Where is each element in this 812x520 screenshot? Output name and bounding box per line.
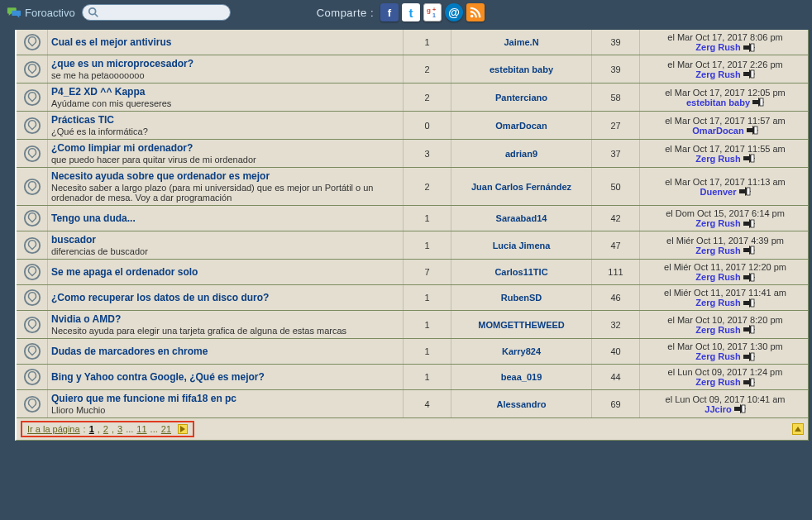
- last-post-author-link[interactable]: Zerg Rush: [695, 154, 740, 164]
- last-post-date: el Mar Oct 17, 2017 8:06 pm: [667, 32, 782, 42]
- author-link[interactable]: Jaime.N: [504, 37, 538, 47]
- topic-title-link[interactable]: ¿Como recuperar los datos de un disco du…: [51, 292, 399, 303]
- author-link[interactable]: Carlos11TIC: [494, 267, 547, 277]
- last-post-author-link[interactable]: Zerg Rush: [695, 246, 740, 255]
- next-page-button[interactable]: [178, 424, 188, 434]
- goto-page-link[interactable]: Ir a la página: [27, 424, 80, 434]
- topic-row: Necesito ayuda sobre que ordenador es me…: [17, 168, 808, 206]
- goto-last-post-icon[interactable]: [747, 126, 758, 135]
- search-input[interactable]: [103, 7, 225, 17]
- email-icon[interactable]: @: [445, 3, 463, 21]
- author-link[interactable]: Juan Carlos Fernández: [471, 182, 571, 192]
- goto-last-post-icon[interactable]: [743, 43, 755, 52]
- author-link[interactable]: Panterciano: [495, 93, 547, 103]
- last-post-author-link[interactable]: Duenver: [700, 187, 736, 197]
- topic-title-link[interactable]: P4_E2 XD ^^ Kappa: [51, 86, 399, 98]
- scroll-top-button[interactable]: [792, 423, 804, 435]
- brand-logo[interactable]: Foroactivo: [7, 7, 75, 19]
- views-count: 50: [592, 168, 640, 205]
- svg-text:1: 1: [432, 12, 436, 18]
- speech-bubble-icon: [7, 7, 21, 19]
- author-link[interactable]: Alessandro: [497, 399, 547, 409]
- topic-subtitle: que puedo hacer para quitar virus de mi …: [51, 155, 399, 165]
- replies-count: 2: [404, 55, 451, 83]
- replies-count: 7: [404, 260, 451, 284]
- replies-count: 1: [404, 311, 451, 338]
- twitter-icon[interactable]: t: [402, 3, 420, 21]
- topic-status-icon: [17, 206, 48, 231]
- topic-title-link[interactable]: buscador: [51, 234, 399, 246]
- svg-rect-33: [742, 405, 745, 413]
- svg-rect-19: [751, 220, 754, 227]
- last-post-author-link[interactable]: Zerg Rush: [695, 69, 740, 79]
- pagination: Ir a la página : 1, 2, 3 ... 11 ... 21: [21, 421, 194, 437]
- svg-rect-23: [751, 274, 754, 281]
- goto-last-post-icon[interactable]: [743, 273, 755, 282]
- goto-last-post-icon[interactable]: [752, 98, 764, 107]
- topic-row: Quiero que me funcione mi fifa18 en pc L…: [17, 390, 808, 418]
- author-link[interactable]: adrian9: [505, 149, 537, 159]
- topic-row: Dudas de marcadores en chrome 1 Karry824…: [17, 339, 808, 365]
- views-count: 32: [592, 311, 640, 338]
- last-post-author-link[interactable]: Zerg Rush: [695, 218, 740, 228]
- topic-title-link[interactable]: Se me apaga el ordenador solo: [51, 266, 399, 278]
- author-link[interactable]: Karry824: [502, 346, 541, 356]
- goto-last-post-icon[interactable]: [743, 325, 755, 334]
- page-link[interactable]: 21: [161, 424, 171, 434]
- topic-title-link[interactable]: Prácticas TIC: [51, 114, 399, 126]
- author-link[interactable]: OmarDocan: [495, 121, 547, 131]
- rss-icon[interactable]: [466, 3, 485, 21]
- googleplus-icon[interactable]: g + 1: [423, 3, 442, 21]
- author-link[interactable]: Lucia Jimena: [493, 241, 551, 250]
- facebook-icon[interactable]: f: [380, 3, 399, 21]
- goto-last-post-icon[interactable]: [743, 69, 755, 79]
- author-link[interactable]: MOMGETTHEWEED: [478, 320, 565, 330]
- topic-title-link[interactable]: ¿que es un microprocesador?: [51, 58, 399, 69]
- page-link[interactable]: 2: [103, 424, 108, 434]
- last-post-author-link[interactable]: Zerg Rush: [695, 42, 740, 52]
- replies-count: 1: [404, 206, 451, 231]
- page-link[interactable]: 11: [136, 424, 146, 434]
- last-post-date: el Mar Oct 17, 2017 12:05 pm: [665, 88, 786, 98]
- topic-title-link[interactable]: ¿Como limpiar mi ordenador?: [51, 142, 399, 154]
- pager-bar: Ir a la página : 1, 2, 3 ... 11 ... 21: [15, 418, 809, 441]
- last-post-author-link[interactable]: Zerg Rush: [695, 272, 740, 282]
- author-link[interactable]: beaa_019: [501, 372, 542, 382]
- last-post-author-link[interactable]: Zerg Rush: [695, 325, 740, 335]
- last-post-author-link[interactable]: JJciro: [705, 404, 731, 414]
- topic-status-icon: [17, 390, 48, 417]
- last-post-author-link[interactable]: Zerg Rush: [695, 377, 740, 387]
- page-link[interactable]: 3: [117, 424, 122, 434]
- topic-title-link[interactable]: Necesito ayuda sobre que ordenador es me…: [51, 170, 399, 182]
- last-post-author-link[interactable]: Zerg Rush: [695, 351, 740, 361]
- last-post-author-link[interactable]: OmarDocan: [692, 126, 743, 136]
- goto-last-post-icon[interactable]: [739, 187, 751, 196]
- goto-last-post-icon[interactable]: [743, 352, 755, 361]
- author-link[interactable]: Saraabad14: [496, 213, 547, 223]
- last-post-author-link[interactable]: estebitan baby: [686, 98, 750, 107]
- topic-title-link[interactable]: Cual es el mejor antivirus: [51, 36, 399, 48]
- page-current[interactable]: 1: [89, 424, 94, 434]
- goto-last-post-icon[interactable]: [743, 246, 755, 255]
- svg-text:+: +: [432, 7, 436, 12]
- last-post-author-link[interactable]: Zerg Rush: [695, 298, 740, 308]
- topic-title-link[interactable]: Nvidia o AMD?: [51, 313, 399, 325]
- svg-rect-31: [751, 379, 754, 386]
- topic-title-link[interactable]: Tengo una duda...: [51, 212, 399, 224]
- goto-last-post-icon[interactable]: [743, 298, 755, 308]
- last-post-date: el Mar Oct 17, 2017 11:55 am: [665, 144, 786, 154]
- author-link[interactable]: RubenSD: [501, 293, 542, 303]
- topic-subtitle: se me ha petaooooooo: [51, 70, 399, 80]
- goto-last-post-icon[interactable]: [734, 404, 746, 413]
- topic-title-link[interactable]: Bing y Yahoo contra Google, ¿Qué es mejo…: [51, 371, 399, 383]
- topic-title-link[interactable]: Quiero que me funcione mi fifa18 en pc: [51, 393, 399, 404]
- author-link[interactable]: estebitan baby: [490, 64, 553, 74]
- goto-last-post-icon[interactable]: [743, 378, 755, 387]
- goto-last-post-icon[interactable]: [743, 219, 755, 228]
- svg-rect-11: [760, 98, 763, 106]
- search-box[interactable]: [82, 4, 231, 21]
- topic-title-link[interactable]: Dudas de marcadores en chrome: [51, 346, 399, 357]
- goto-last-post-icon[interactable]: [743, 154, 755, 163]
- last-post-date: el Dom Oct 15, 2017 6:14 pm: [666, 208, 785, 218]
- views-count: 44: [592, 365, 640, 389]
